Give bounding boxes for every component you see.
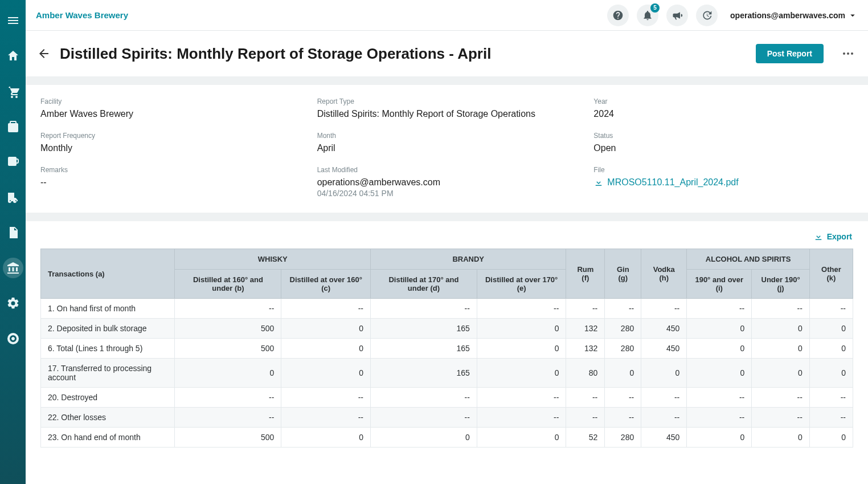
value-report-type: Distilled Spirits: Monthly Report of Sto… [317,109,577,119]
cell: 0 [752,319,810,339]
nav-cart[interactable] [3,81,23,101]
row-label: 2. Deposited in bulk storage [41,319,175,339]
th-brandy: BRANDY [370,249,566,270]
cell: -- [370,388,477,408]
help-icon [612,10,624,21]
nav-clipboard[interactable] [3,116,23,137]
cell: -- [370,408,477,428]
nav-settings[interactable] [3,293,23,314]
nav-document[interactable] [3,222,23,243]
cell: -- [281,299,371,319]
table-row: 20. Destroyed-------------------- [41,388,853,408]
nav-help[interactable] [3,328,23,349]
th-col-b: Distilled at 160° and under (b) [175,270,281,299]
bank-icon [6,261,20,275]
divider-strip [26,76,868,85]
announcements-button[interactable] [666,5,688,26]
chevron-down-icon [847,10,858,21]
nav-brew[interactable] [3,152,23,172]
divider-strip-2 [26,213,868,221]
cell: -- [809,299,853,319]
cell: 0 [687,339,752,359]
table-row: 23. On hand end of month5000005228045000… [41,428,853,448]
value-month: April [317,143,577,153]
label-year: Year [593,97,853,105]
megaphone-icon [672,10,683,21]
file-name: MROSO5110.11_April_2024.pdf [607,177,738,188]
brand-link[interactable]: Amber Waves Brewery [36,10,128,20]
cell: 0 [752,359,810,388]
cell: 0 [477,319,566,339]
export-label: Export [827,232,852,241]
cell: 0 [477,359,566,388]
cell: 0 [752,339,810,359]
cell: -- [175,408,281,428]
life-ring-icon [6,332,20,345]
cart-icon [6,84,20,98]
cell: -- [281,388,371,408]
cell: 0 [281,359,371,388]
field-year: Year 2024 [593,97,853,119]
cell: 450 [641,319,687,339]
table-row: 1. On hand first of month---------------… [41,299,853,319]
report-table: Transactions (a) WHISKY BRANDY Rum (f) G… [40,249,853,448]
history-button[interactable] [696,5,718,26]
th-col-d: Distilled at 170° and under (d) [370,270,477,299]
cell: 280 [605,339,641,359]
cell: 500 [175,428,281,448]
cell: -- [687,408,752,428]
cell: 132 [566,339,605,359]
menu-icon [6,14,20,27]
file-download-link[interactable]: MROSO5110.11_April_2024.pdf [593,177,853,188]
table-row: 2. Deposited in bulk storage500016501322… [41,319,853,339]
th-vodka: Vodka (h) [641,249,687,299]
more-actions-button[interactable] [838,44,858,63]
cell: 0 [687,359,752,388]
cell: -- [687,299,752,319]
cell: 0 [477,339,566,359]
cell: 165 [370,359,477,388]
field-month: Month April [317,132,577,153]
cell: 280 [605,319,641,339]
document-icon [6,226,20,239]
menu-toggle[interactable] [3,10,23,31]
nav-home[interactable] [3,46,23,66]
cell: 0 [687,319,752,339]
row-label: 22. Other losses [41,408,175,428]
cell: -- [752,408,810,428]
cell: -- [605,408,641,428]
help-button[interactable] [607,5,629,26]
cell: -- [605,299,641,319]
export-button[interactable]: Export [813,231,852,242]
user-menu[interactable]: operations@amberwaves.com [730,10,858,21]
back-button[interactable] [36,46,52,62]
post-report-button[interactable]: Post Report [756,44,824,63]
home-icon [6,49,20,63]
notifications-button[interactable]: 5 [637,5,658,26]
cell: -- [641,388,687,408]
row-label: 6. Total (Lines 1 through 5) [41,339,175,359]
arrow-left-icon [37,47,51,60]
cell: -- [809,388,853,408]
table-row: 22. Other losses-------------------- [41,408,853,428]
nav-truck[interactable] [3,187,23,208]
download-icon [813,231,824,242]
svg-point-0 [843,52,845,55]
cell: -- [477,299,566,319]
value-last-modified-by: operations@amberwaves.com [317,177,577,188]
value-remarks: -- [40,177,300,188]
nav-compliance[interactable] [3,258,23,278]
cell: -- [641,299,687,319]
cell: -- [641,408,687,428]
cell: -- [477,408,566,428]
cell: 80 [566,359,605,388]
mug-icon [6,155,20,169]
value-status: Open [593,143,853,153]
cell: -- [752,299,810,319]
cell: -- [566,388,605,408]
th-alcohol: ALCOHOL AND SPIRITS [687,249,810,270]
cell: -- [175,299,281,319]
notification-badge: 5 [650,3,660,13]
cell: 0 [370,428,477,448]
table-row: 6. Total (Lines 1 through 5)500016501322… [41,339,853,359]
